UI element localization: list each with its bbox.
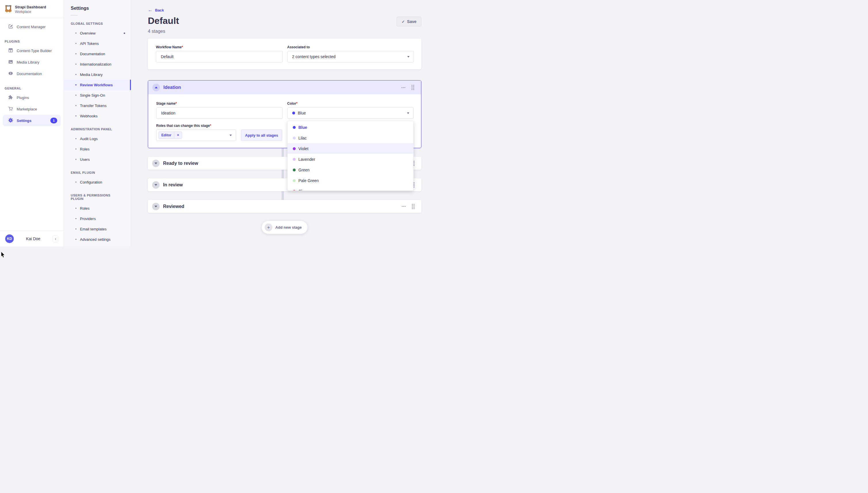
subnav-item-label: Roles: [80, 147, 89, 151]
stage-options-menu-icon[interactable]: [402, 206, 406, 207]
chevron-down-icon: [154, 184, 157, 186]
subnav-item-admin-roles[interactable]: Roles: [64, 144, 131, 154]
color-swatch-blue: [292, 112, 295, 114]
back-arrow-icon: ←: [148, 8, 152, 13]
required-asterisk: *: [210, 124, 211, 128]
subnav-section-administration-panel: ADMINISTRATION PANEL: [64, 127, 131, 131]
color-dropdown-listbox: Blue Lilac Violet: [287, 121, 414, 191]
sidebar-item-label: Content Manager: [17, 25, 45, 29]
remove-tag-icon[interactable]: ✕: [174, 132, 182, 138]
subnav-item-email-templates[interactable]: Email templates: [64, 224, 131, 234]
expand-stage-button[interactable]: [152, 159, 160, 167]
app-title: Strapi Dashboard: [15, 5, 46, 9]
color-swatch: [293, 190, 296, 191]
sidebar-item-label: Content-Type Builder: [17, 49, 52, 53]
subnav-item-internationalization[interactable]: Internationalization: [64, 59, 131, 69]
workflow-name-input[interactable]: Default: [156, 51, 283, 62]
subnav-item-label: Configuration: [80, 180, 102, 185]
subnav-item-label: Single Sign-On: [80, 93, 105, 98]
drag-handle-icon[interactable]: [412, 85, 414, 90]
associated-to-label: Associated to: [287, 45, 414, 49]
page-header: Default ✓ Save: [148, 16, 421, 26]
roles-label: Roles that can change this stage*: [156, 123, 236, 128]
workflow-name-label: Workflow Name*: [156, 45, 283, 49]
stage-accordion-header[interactable]: Ideation: [148, 81, 421, 94]
sidebar-item-label: Marketplace: [17, 107, 37, 111]
sidebar-item-content-type-builder[interactable]: Content-Type Builder: [0, 45, 64, 56]
workspace-switcher[interactable]: Strapi Dashboard Workplace: [0, 0, 64, 18]
subnav-item-email-configuration[interactable]: Configuration: [64, 177, 131, 187]
add-new-stage-label: Add new stage: [275, 225, 302, 230]
bullet-icon: [75, 94, 77, 96]
bullet-icon: [75, 74, 77, 75]
save-button[interactable]: ✓ Save: [397, 17, 421, 26]
subnav-item-advanced-settings[interactable]: Advanced settings: [64, 234, 131, 244]
color-option-violet[interactable]: Violet: [288, 143, 414, 154]
sidebar-item-settings[interactable]: Settings 1: [3, 115, 61, 126]
subnav-divider: [71, 15, 78, 16]
bullet-icon: [75, 181, 77, 183]
sidebar-item-content-manager[interactable]: Content Manager: [0, 21, 64, 33]
check-icon: ✓: [402, 20, 405, 24]
workflow-name-field-group: Workflow Name* Default: [156, 45, 283, 62]
sidebar-item-media-library[interactable]: Media Library: [0, 56, 64, 68]
subnav-item-media-library[interactable]: Media Library: [64, 69, 131, 80]
subnav-item-documentation[interactable]: Documentation: [64, 49, 131, 59]
color-option-green[interactable]: Green: [288, 165, 414, 175]
stage-options-menu-icon[interactable]: [402, 87, 405, 88]
bullet-icon: [75, 148, 77, 150]
color-option-lavender[interactable]: Lavender: [288, 154, 414, 165]
stage-title: Ideation: [164, 85, 181, 90]
subnav-item-overview[interactable]: Overview: [64, 28, 131, 38]
subnav-item-providers[interactable]: Providers: [64, 213, 131, 224]
drag-handle-icon[interactable]: [412, 204, 414, 209]
color-option-pale-green[interactable]: Pale Green: [288, 175, 414, 186]
apply-to-all-stages-button[interactable]: Apply to all stages: [241, 129, 282, 141]
subnav-item-label: Overview: [80, 31, 95, 35]
stage-name-input[interactable]: Ideation: [156, 107, 283, 119]
back-label: Back: [155, 8, 164, 13]
stage-row-reviewed[interactable]: Reviewed: [148, 200, 421, 213]
content-manager-icon: [8, 24, 14, 30]
roles-multiselect[interactable]: Editor ✕: [156, 129, 236, 141]
bullet-icon: [75, 218, 77, 219]
subnav-item-admin-users[interactable]: Users: [64, 154, 131, 165]
subnav-item-review-workflows[interactable]: Review Workflows: [64, 80, 131, 90]
add-new-stage-button[interactable]: + Add new stage: [262, 221, 307, 234]
sidebar-collapse-button[interactable]: ‹: [52, 235, 58, 242]
color-option-cherry[interactable]: Cherry: [288, 186, 414, 191]
sidebar-item-plugins[interactable]: Plugins: [0, 92, 64, 103]
color-swatch: [293, 179, 296, 182]
app-window: Strapi Dashboard Workplace Content Manag…: [0, 0, 434, 246]
subnav-item-transfer-tokens[interactable]: Transfer Tokens: [64, 100, 131, 111]
color-select[interactable]: Blue: [287, 107, 414, 119]
subnav-item-label: Providers: [80, 217, 96, 221]
stage-accordion-ideation: Ideation Stage name* Ideation: [148, 80, 421, 148]
bullet-icon: [75, 105, 77, 106]
subnav-item-single-sign-on[interactable]: Single Sign-On: [64, 90, 131, 100]
subnav-item-api-tokens[interactable]: API Tokens: [64, 38, 131, 49]
sidebar-item-documentation[interactable]: Documentation: [0, 68, 64, 79]
bullet-icon: [75, 43, 77, 44]
gear-icon: [8, 117, 14, 124]
collapse-stage-button[interactable]: [152, 84, 160, 91]
expand-stage-button[interactable]: [152, 181, 160, 189]
expand-stage-button[interactable]: [152, 203, 160, 210]
associated-to-select[interactable]: 2 content types selected: [287, 51, 414, 62]
workflow-form-card: Workflow Name* Default Associated to 2 c…: [148, 39, 421, 69]
sidebar-nav: Content Manager PLUGINS Content-Type Bui…: [0, 18, 64, 126]
sidebar-section-plugins: PLUGINS: [0, 40, 64, 43]
subnav-item-audit-logs[interactable]: Audit Logs: [64, 133, 131, 144]
subnav-item-webhooks[interactable]: Webhooks: [64, 111, 131, 121]
sidebar-item-marketplace[interactable]: Marketplace: [0, 103, 64, 115]
subnav-item-up-roles[interactable]: Roles: [64, 203, 131, 213]
stage-name-field-group: Stage name* Ideation: [156, 101, 283, 119]
subnav-section-users-permissions-plugin: USERS & PERMISSIONS PLUGIN: [64, 194, 131, 200]
stages-list: Ideation Stage name* Ideation: [148, 80, 421, 234]
subnav-item-label: Transfer Tokens: [80, 104, 107, 108]
color-option-lilac[interactable]: Lilac: [288, 133, 414, 143]
avatar[interactable]: KD: [5, 234, 14, 243]
color-option-blue[interactable]: Blue: [288, 122, 414, 133]
main-sidebar: Strapi Dashboard Workplace Content Manag…: [0, 0, 64, 246]
back-link[interactable]: ← Back: [148, 8, 164, 13]
